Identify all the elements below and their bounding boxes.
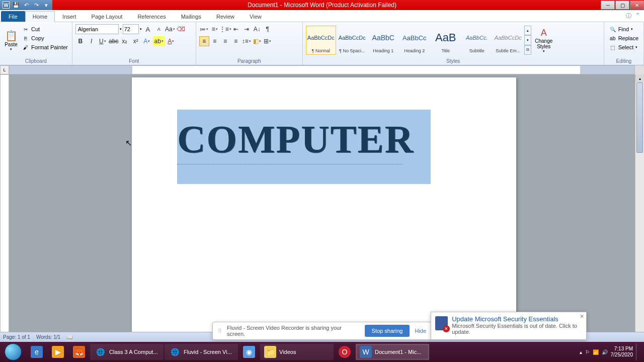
start-button[interactable] xyxy=(0,342,26,362)
font-size-select[interactable] xyxy=(123,24,139,34)
select-button[interactable]: ⬚Select ▾ xyxy=(608,43,639,51)
horizontal-ruler[interactable]: L xyxy=(0,65,644,74)
format-painter-button[interactable]: 🖌Format Painter xyxy=(21,43,69,51)
highlight-button[interactable]: ab xyxy=(153,36,165,46)
font-name-select[interactable] xyxy=(75,24,119,34)
decrease-indent-button[interactable]: ⇤ xyxy=(231,24,241,34)
style-normal[interactable]: AaBbCcDc¶ Normal xyxy=(306,26,336,55)
font-color-button[interactable]: A xyxy=(166,36,176,46)
title-bar: W 💾 ↶ ↷ ▾ Document1 - Microsoft Word (Pr… xyxy=(0,0,644,10)
vertical-scrollbar[interactable]: ▴ ▾ xyxy=(635,74,644,348)
taskbar-ie[interactable]: e xyxy=(27,344,47,360)
word-count[interactable]: Words: 1/1 xyxy=(36,334,60,340)
tab-mailings[interactable]: Mailings xyxy=(174,11,209,22)
underline-button[interactable]: U xyxy=(98,36,108,46)
scroll-thumb[interactable] xyxy=(636,82,643,153)
hide-share-button[interactable]: Hide xyxy=(415,328,426,334)
stop-sharing-button[interactable]: Stop sharing xyxy=(365,325,410,337)
find-button[interactable]: 🔍Find ▾ xyxy=(608,25,639,33)
proofing-icon[interactable]: 📖 xyxy=(66,334,72,340)
borders-button[interactable]: ⊞ xyxy=(263,36,273,46)
document-page[interactable]: COMPUTER xyxy=(132,77,516,348)
save-icon[interactable]: 💾 xyxy=(12,1,20,9)
shrink-font-button[interactable]: A xyxy=(154,24,164,34)
increase-indent-button[interactable]: ⇥ xyxy=(242,24,252,34)
taskbar-chromium[interactable]: ◉ xyxy=(239,344,259,360)
maximize-button[interactable]: ▢ xyxy=(615,1,629,10)
taskbar-firefox[interactable]: 🦊 xyxy=(69,344,89,360)
subscript-button[interactable]: x₂ xyxy=(120,36,130,46)
tray-flag-icon[interactable]: ⚐ xyxy=(585,349,590,355)
tray-up-icon[interactable]: ▴ xyxy=(580,349,582,355)
replace-button[interactable]: abReplace xyxy=(608,34,639,42)
security-body: Microsoft Security Essentials is out of … xyxy=(452,323,582,335)
show-marks-button[interactable]: ¶ xyxy=(263,24,273,34)
tab-home[interactable]: Home xyxy=(25,11,55,22)
tab-file[interactable]: File xyxy=(1,11,25,22)
numbering-button[interactable]: ≡ xyxy=(210,24,220,34)
style-heading2[interactable]: AaBbCcHeading 2 xyxy=(399,26,430,55)
redo-icon[interactable]: ↷ xyxy=(32,1,40,9)
text-effects-button[interactable]: A xyxy=(142,36,152,46)
minimize-button[interactable]: ─ xyxy=(601,1,615,10)
word-app-icon[interactable]: W xyxy=(2,1,10,9)
justify-button[interactable]: ≡ xyxy=(231,36,241,46)
paste-button[interactable]: 📋 Paste ▾ xyxy=(2,23,20,57)
style-title[interactable]: AaBTitle xyxy=(431,26,461,55)
styles-scroll[interactable]: ▴▾⊟ xyxy=(524,26,531,55)
line-spacing-button[interactable]: ↕≡ xyxy=(242,36,252,46)
vertical-ruler[interactable] xyxy=(0,74,9,348)
page-status[interactable]: Page: 1 of 1 xyxy=(3,334,30,340)
tray-network-icon[interactable]: 📶 xyxy=(593,349,599,355)
security-close-button[interactable]: ✕ xyxy=(580,313,584,320)
document-text[interactable]: COMPUTER xyxy=(177,117,414,162)
style-subtitle[interactable]: AaBbCc.Subtitle xyxy=(462,26,492,55)
show-desktop-button[interactable] xyxy=(636,343,640,360)
style-no-spacing[interactable]: AaBbCcDc¶ No Spaci... xyxy=(337,26,367,55)
style-subtle-em[interactable]: AaBbCcDcSubtle Em... xyxy=(493,26,523,55)
italic-button[interactable]: I xyxy=(87,36,97,46)
copy-button[interactable]: ⎘Copy xyxy=(21,34,69,42)
qat-dropdown-icon[interactable]: ▾ xyxy=(42,1,50,9)
strikethrough-button[interactable]: abc xyxy=(109,36,119,46)
align-right-button[interactable]: ≡ xyxy=(220,36,230,46)
change-case-button[interactable]: Aa xyxy=(165,24,175,34)
taskbar-chrome1[interactable]: 🌐Class 3 A Comput... xyxy=(90,344,164,360)
change-styles-button[interactable]: A Change Styles ▾ xyxy=(532,23,555,57)
shading-button[interactable]: ◧ xyxy=(252,36,262,46)
tab-page-layout[interactable]: Page Layout xyxy=(84,11,130,22)
grow-font-button[interactable]: A xyxy=(143,24,153,34)
minimize-ribbon-icon[interactable]: ⌃ xyxy=(635,12,640,20)
sort-button[interactable]: A↓ xyxy=(252,24,262,34)
close-button[interactable]: ✕ xyxy=(630,1,644,10)
align-left-button[interactable]: ≡ xyxy=(199,36,209,46)
align-center-button[interactable]: ≡ xyxy=(210,36,220,46)
security-notification[interactable]: Update Microsoft Security Essentials Mic… xyxy=(431,312,587,340)
window-title: Document1 - Microsoft Word (Product Acti… xyxy=(248,2,396,9)
clear-formatting-button[interactable]: ⌫ xyxy=(176,24,186,34)
tab-selector[interactable]: L xyxy=(0,65,9,74)
tab-review[interactable]: Review xyxy=(209,11,242,22)
taskbar-word[interactable]: WDocument1 - Mic... xyxy=(356,344,429,360)
undo-icon[interactable]: ↶ xyxy=(22,1,30,9)
bullets-button[interactable]: ≔ xyxy=(199,24,209,34)
style-heading1[interactable]: AaBbCHeading 1 xyxy=(368,26,398,55)
scroll-up-button[interactable]: ▴ xyxy=(635,74,644,82)
help-icon[interactable]: ⓘ xyxy=(626,12,631,20)
tab-insert[interactable]: Insert xyxy=(55,11,84,22)
taskbar-chrome2[interactable]: 🌐Fluvid - Screen Vi... xyxy=(165,344,238,360)
taskbar-wmp[interactable]: ▶ xyxy=(48,344,68,360)
tab-references[interactable]: References xyxy=(130,11,173,22)
tab-view[interactable]: View xyxy=(242,11,269,22)
bold-button[interactable]: B xyxy=(75,36,86,46)
cut-button[interactable]: ✂Cut xyxy=(21,25,69,33)
font-name-dropdown[interactable]: ▾ xyxy=(120,27,122,31)
share-drag-icon[interactable]: ⠿ xyxy=(218,328,222,334)
multilevel-button[interactable]: ⋮≡ xyxy=(220,24,230,34)
taskbar-opera[interactable]: O xyxy=(335,344,355,360)
tray-volume-icon[interactable]: 🔊 xyxy=(602,349,608,355)
taskbar-explorer[interactable]: 📁Videos xyxy=(260,344,334,360)
font-size-dropdown[interactable]: ▾ xyxy=(140,27,142,31)
tray-clock[interactable]: 7:13 PM 7/25/2020 xyxy=(611,346,633,358)
superscript-button[interactable]: x² xyxy=(131,36,141,46)
